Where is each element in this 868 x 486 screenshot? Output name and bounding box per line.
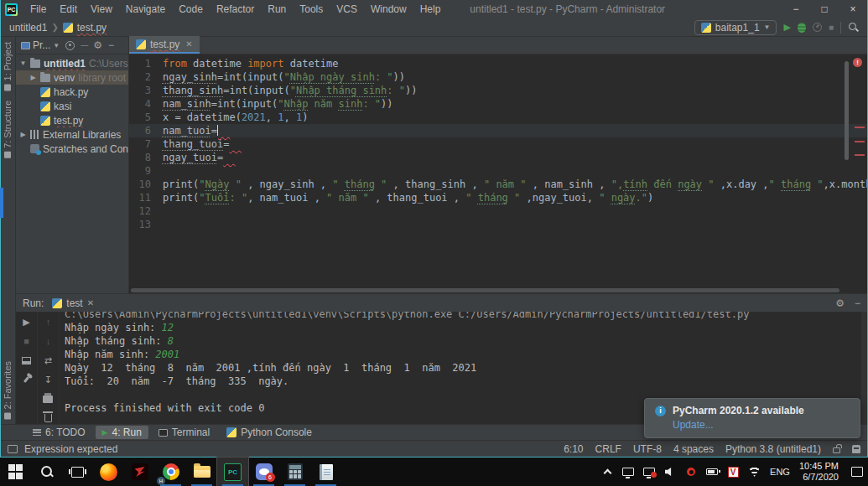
clock[interactable]: 10:45 PM 6/7/2020 [799,461,839,483]
code-line-5[interactable]: 5x = datetime(2021, 1, 1) [129,111,867,124]
menu-file[interactable]: File [24,2,52,17]
tree-item-scratches-and-consoles[interactable]: Scratches and Consoles [16,142,128,156]
menu-help[interactable]: Help [414,2,447,17]
code-line-1[interactable]: 1from datetime import datetime [129,57,867,70]
code-line-8[interactable]: 8ngay_tuoi= [129,151,867,164]
start-button[interactable] [0,458,31,486]
breadcrumb-project[interactable]: untitled1 [9,22,47,34]
menu-code[interactable]: Code [173,2,209,17]
indent-setting[interactable]: 4 spaces [673,443,714,455]
close-run-tab-icon[interactable]: ✕ [87,298,94,308]
tool-window-switcher-icon[interactable] [8,445,18,453]
menu-window[interactable]: Window [365,2,413,17]
run-button[interactable]: ▶ [783,22,790,33]
calculator-app[interactable] [279,458,310,486]
tree-item-untitled1[interactable]: ▼untitled1C:\Users\Adm [16,56,128,70]
tool-window-button-terminal[interactable]: Terminal [152,426,216,439]
code-line-10[interactable]: 10print("Ngày " , ngay_sinh , " tháng " … [129,178,867,191]
menu-refactor[interactable]: Refactor [211,2,260,17]
error-stripe-mark[interactable] [855,127,865,128]
minimize-button[interactable]: − [782,0,810,18]
inspections-hector-icon[interactable] [852,445,860,453]
down-stacktrace-icon[interactable]: ↓ [42,335,54,347]
volume-tray-icon[interactable] [664,465,676,478]
error-indicator-badge[interactable]: ! [853,58,862,67]
soft-wrap-icon[interactable]: ⇄ [42,354,54,366]
tool-stripe-favorites[interactable]: 2: Favorites [3,356,13,424]
code-line-6[interactable]: 6nam_tuoi= [129,124,867,137]
taskbar-search-button[interactable] [31,458,62,486]
code-line-7[interactable]: 7thang_tuoi= [129,137,867,151]
close-tab-icon[interactable]: ✕ [185,39,192,49]
project-view-dropdown[interactable]: Pr... ▼ [21,39,60,51]
vkey-tray-icon[interactable]: V [727,465,739,478]
notepad-app[interactable] [310,458,341,486]
breadcrumb-file[interactable]: test.py [77,22,107,34]
update-link[interactable]: Update... [673,419,850,431]
language-indicator[interactable]: ENG [770,467,790,477]
wifi-tray-icon[interactable] [748,465,761,478]
tree-item-venv[interactable]: ▶venvlibrary root [16,70,128,85]
code-line-2[interactable]: 2ngay_sinh=int(input("Nhập ngày sinh: ")… [129,70,867,84]
display-alert-tray-icon[interactable] [643,465,655,478]
display-tray-icon[interactable] [622,465,634,478]
tree-item-hack-py[interactable]: hack.py [16,85,128,99]
tool-stripe-structure[interactable]: 7: Structure [3,96,13,163]
pycharm-app[interactable]: PC [217,458,248,486]
task-view-button[interactable] [62,458,93,486]
tool-window-button-python-console[interactable]: Python Console [220,426,319,439]
battery-tray-icon[interactable] [706,465,718,478]
close-button[interactable]: × [839,0,867,18]
scroll-to-end-icon[interactable]: ↧ [42,374,54,385]
editor-horizontal-scrollbar[interactable] [129,287,867,293]
error-stripe-mark[interactable] [855,141,865,142]
rerun-button[interactable]: ▶ [20,316,32,328]
run-tab-test[interactable]: test ✕ [52,297,94,309]
code-line-4[interactable]: 4nam_sinh=int(input("Nhập năm sinh: ")) [129,97,867,111]
tree-expander[interactable]: ▶ [19,131,27,138]
collapse-all-icon[interactable]: — [81,41,87,49]
tool-window-button-4-run[interactable]: ▶4: Run [96,426,148,439]
run-configuration-select[interactable]: baitap1_1 ▼ [694,20,777,35]
debug-button[interactable] [798,23,806,33]
menu-edit[interactable]: Edit [54,2,83,17]
pin-tab-icon[interactable] [20,374,32,385]
tree-expander[interactable]: ▶ [29,74,37,81]
editor-vertical-scrollbar[interactable] [845,61,849,160]
file-explorer-app[interactable] [186,458,217,486]
garena-app[interactable] [124,458,155,486]
locate-file-icon[interactable] [65,41,75,50]
code-line-9[interactable]: 9 [129,164,867,178]
discord-app[interactable]: 6 [248,458,279,486]
up-stacktrace-icon[interactable]: ↑ [42,316,54,328]
code-line-13[interactable]: 13 [129,218,867,231]
code-area[interactable]: 1from datetime import datetime2ngay_sinh… [129,54,867,287]
menu-vcs[interactable]: VCS [330,2,363,17]
console-scrollbar[interactable] [861,312,867,424]
menu-tools[interactable]: Tools [294,2,329,17]
menu-view[interactable]: View [85,2,118,17]
project-settings-gear-icon[interactable]: ⚙ [93,39,102,51]
hide-run-panel-icon[interactable]: − [855,297,860,309]
maximize-button[interactable]: □ [810,0,839,18]
editor-tab-testpy[interactable]: test.py ✕ [129,36,200,54]
tree-item-kasi[interactable]: kasi [16,99,128,113]
tree-expander[interactable]: ▼ [19,59,27,67]
hide-panel-icon[interactable]: − [108,39,114,51]
tool-window-button-6-todo[interactable]: 6: TODO [26,426,92,439]
error-stripe-mark[interactable] [855,154,865,156]
stop-process-button[interactable]: ■ [20,335,32,347]
clear-console-icon[interactable] [42,412,54,424]
file-encoding[interactable]: UTF-8 [633,443,662,455]
code-line-12[interactable]: 12 [129,204,867,218]
profiler-button[interactable] [813,23,822,32]
action-center-icon[interactable] [851,467,863,477]
stop-button[interactable]: ■ [829,23,834,32]
search-everywhere-icon[interactable] [848,22,859,33]
firefox-app[interactable] [93,458,124,486]
caret-position[interactable]: 6:10 [564,443,583,455]
tree-item-test-py[interactable]: test.py [16,113,128,127]
menu-run[interactable]: Run [262,2,292,17]
code-line-11[interactable]: 11print("Tuổi: ", nam_tuoi , " năm " , t… [129,191,867,204]
tree-item-external-libraries[interactable]: ▶External Libraries [16,127,128,142]
